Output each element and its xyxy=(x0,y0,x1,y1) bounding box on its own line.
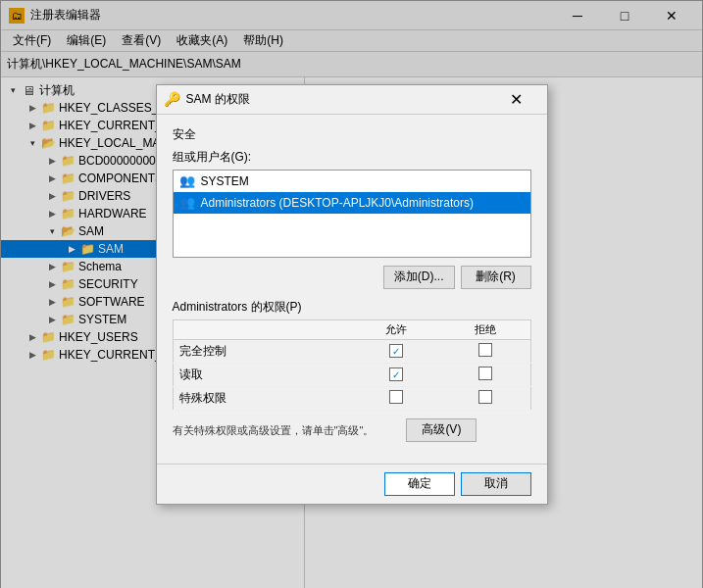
perm-row-special: 特殊权限 xyxy=(173,386,530,410)
dialog-body: 安全 组或用户名(G): 👥 SYSTEM 👥 Administrators (… xyxy=(157,115,547,464)
perm-deny-read[interactable] xyxy=(440,363,530,386)
perm-col-deny: 拒绝 xyxy=(440,319,530,339)
dialog-title-bar: 🔑 SAM 的权限 ✕ xyxy=(157,85,547,115)
special-perms-note: 有关特殊权限或高级设置，请单击"高级"。 高级(V) xyxy=(173,418,531,442)
permissions-table: 允许 拒绝 完全控制 读取 xyxy=(173,319,531,411)
user-item-system[interactable]: 👥 SYSTEM xyxy=(174,171,530,192)
perm-deny-special[interactable] xyxy=(440,386,530,410)
dialog-footer: 确定 取消 xyxy=(157,464,547,504)
perm-row-read: 读取 xyxy=(173,363,530,386)
cancel-button[interactable]: 取消 xyxy=(461,472,531,496)
user-item-admins[interactable]: 👥 Administrators (DESKTOP-APLJKJ0\Admini… xyxy=(174,192,530,214)
group-users-label: 组或用户名(G): xyxy=(173,149,531,166)
users-listbox[interactable]: 👥 SYSTEM 👥 Administrators (DESKTOP-APLJK… xyxy=(173,170,531,258)
perm-row-full-control: 完全控制 xyxy=(173,339,530,363)
perm-name-full-control: 完全控制 xyxy=(173,339,352,363)
allow-checkbox-read[interactable] xyxy=(389,368,403,381)
user-icon-admins: 👥 xyxy=(179,195,195,211)
advanced-button[interactable]: 高级(V) xyxy=(406,418,477,442)
permissions-label: Administrators 的权限(P) xyxy=(173,299,531,316)
perm-name-read: 读取 xyxy=(173,363,352,386)
user-icon-system: 👥 xyxy=(179,173,195,189)
modal-overlay: 🔑 SAM 的权限 ✕ 安全 组或用户名(G): 👥 SYSTEM 👥 Admi… xyxy=(0,0,703,588)
ok-button[interactable]: 确定 xyxy=(384,472,455,496)
dialog-title: SAM 的权限 xyxy=(186,91,494,108)
user-action-buttons: 添加(D)... 删除(R) xyxy=(173,266,531,289)
deny-checkbox-full-control[interactable] xyxy=(478,343,492,357)
perm-col-allow: 允许 xyxy=(352,319,440,339)
deny-checkbox-read[interactable] xyxy=(478,367,492,380)
perm-allow-read[interactable] xyxy=(352,363,440,386)
user-label-system: SYSTEM xyxy=(201,174,249,188)
user-label-admins: Administrators (DESKTOP-APLJKJ0\Administ… xyxy=(201,196,475,210)
allow-checkbox-special[interactable] xyxy=(389,390,403,404)
perm-deny-full-control[interactable] xyxy=(440,339,530,363)
deny-checkbox-special[interactable] xyxy=(478,390,492,404)
dialog-close-button[interactable]: ✕ xyxy=(494,88,539,110)
perm-allow-special[interactable] xyxy=(352,386,440,410)
dialog-title-icon: 🔑 xyxy=(165,91,180,107)
perm-allow-full-control[interactable] xyxy=(352,339,440,363)
security-label: 安全 xyxy=(173,126,531,143)
allow-checkbox-full-control[interactable] xyxy=(389,344,403,358)
perm-col-name xyxy=(173,319,352,339)
permissions-dialog: 🔑 SAM 的权限 ✕ 安全 组或用户名(G): 👥 SYSTEM 👥 Admi… xyxy=(156,84,548,505)
note-text: 有关特殊权限或高级设置，请单击"高级"。 xyxy=(173,423,375,435)
perm-name-special: 特殊权限 xyxy=(173,386,352,410)
add-button[interactable]: 添加(D)... xyxy=(383,266,455,289)
remove-button[interactable]: 删除(R) xyxy=(461,266,531,289)
